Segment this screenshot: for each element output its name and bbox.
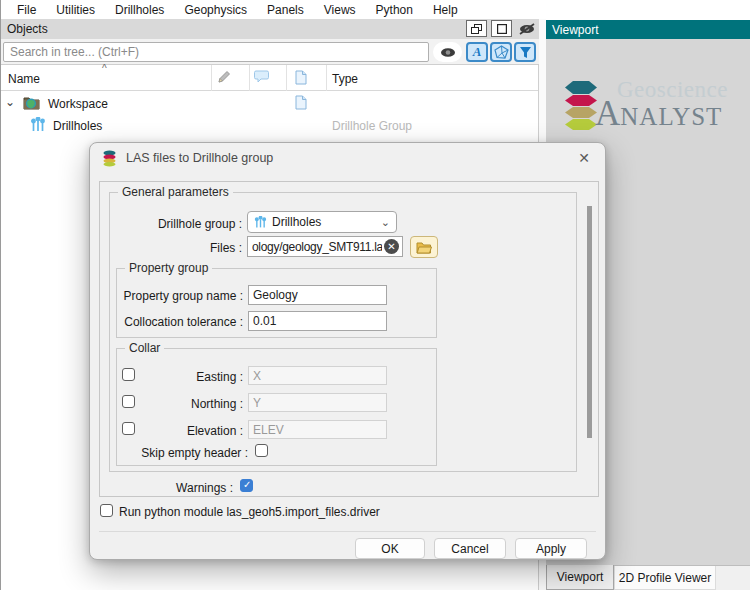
tree-toolbar: A xyxy=(1,39,539,64)
column-divider xyxy=(249,65,250,91)
warnings-label: Warnings : xyxy=(100,481,233,495)
tab-2d-profile-viewer[interactable]: 2D Profile Viewer xyxy=(614,566,716,590)
tree-row-drillholes[interactable]: Drillholes Drillhole Group xyxy=(1,115,538,137)
logo-initial: A xyxy=(595,94,620,133)
menu-bar: File Utilities Drillholes Geophysics Pan… xyxy=(1,0,750,19)
menu-python[interactable]: Python xyxy=(366,1,423,19)
northing-checkbox[interactable] xyxy=(122,395,135,408)
drillhole-group-select[interactable]: Drillholes ⌄ xyxy=(247,211,397,233)
clear-files-icon[interactable]: ✕ xyxy=(384,239,399,254)
workspace-icon xyxy=(23,95,40,113)
dialog-title-bar[interactable]: LAS files to Drillhole group ✕ xyxy=(90,143,605,173)
comment-icon xyxy=(254,70,269,83)
eye-icon xyxy=(440,47,456,58)
chevron-down-icon: ⌄ xyxy=(381,216,390,229)
collocation-tolerance-input[interactable] xyxy=(248,311,387,331)
dialog-button-row: OK Cancel Apply xyxy=(355,538,587,559)
ok-button[interactable]: OK xyxy=(355,538,425,559)
northing-label: Northing : xyxy=(143,397,243,411)
drillhole-group-icon xyxy=(30,117,46,136)
group-property-group: Property group Property group name : Col… xyxy=(116,268,437,338)
column-divider xyxy=(211,65,212,91)
drillhole-group-value: Drillholes xyxy=(272,215,321,229)
tree-header: ^ Name Type xyxy=(1,65,538,91)
logo-word-analyst: ANALYST xyxy=(595,94,722,134)
skip-empty-header-checkbox[interactable] xyxy=(255,444,268,457)
group-collar: Collar Easting : Northing : Elevation : … xyxy=(116,348,437,466)
tree-item-label: Drillholes xyxy=(53,119,102,133)
logo-rest: NALYST xyxy=(620,103,722,130)
files-input[interactable] xyxy=(247,236,403,257)
easting-checkbox[interactable] xyxy=(122,368,135,381)
filter-icon xyxy=(519,46,532,59)
tree-item-type: Drillhole Group xyxy=(332,119,412,133)
property-group-name-input[interactable] xyxy=(248,285,387,305)
group-general-parameters: General parameters Drillhole group : Dri… xyxy=(109,192,577,472)
maximize-panel-button[interactable] xyxy=(491,20,512,37)
hide-panel-button[interactable] xyxy=(516,20,537,37)
viewport-tab-bar: Viewport 2D Profile Viewer xyxy=(546,565,750,590)
objects-panel-title: Objects xyxy=(7,22,48,36)
collocation-tolerance-label: Collocation tolerance : xyxy=(117,315,243,329)
group-label: Property group xyxy=(125,261,212,275)
column-divider xyxy=(326,65,327,91)
menu-drillholes[interactable]: Drillholes xyxy=(105,1,174,19)
column-header-metadata[interactable] xyxy=(295,70,307,88)
search-input[interactable] xyxy=(3,42,429,62)
menu-views[interactable]: Views xyxy=(314,1,366,19)
wireframe-icon xyxy=(494,45,509,59)
column-header-name[interactable]: Name xyxy=(8,72,40,86)
skip-empty-header-label: Skip empty header : xyxy=(117,446,248,460)
filter-button[interactable] xyxy=(514,42,536,62)
cancel-button[interactable]: Cancel xyxy=(434,538,506,559)
tree-item-label: Workspace xyxy=(48,97,108,111)
wireframe-toggle-button[interactable] xyxy=(490,42,512,62)
menu-help[interactable]: Help xyxy=(423,1,468,19)
metadata-file-icon[interactable] xyxy=(295,95,307,113)
labels-toggle-button[interactable]: A xyxy=(466,42,488,62)
maximize-icon xyxy=(497,24,507,34)
float-panel-button[interactable] xyxy=(466,20,487,37)
tab-viewport[interactable]: Viewport xyxy=(546,565,614,590)
labels-icon: A xyxy=(473,44,482,60)
elevation-label: Elevation : xyxy=(143,424,243,438)
viewport-panel-title: Viewport xyxy=(552,23,598,37)
dialog-scrollbar-thumb[interactable] xyxy=(587,206,592,438)
dialog-app-icon xyxy=(102,150,117,167)
northing-input[interactable] xyxy=(248,393,387,412)
group-label: Collar xyxy=(125,341,164,355)
menu-utilities[interactable]: Utilities xyxy=(46,1,105,19)
apply-button[interactable]: Apply xyxy=(515,538,587,559)
close-icon[interactable]: ✕ xyxy=(575,150,593,166)
column-header-edit[interactable] xyxy=(217,70,231,87)
elevation-input[interactable] xyxy=(248,420,387,439)
warnings-checkbox[interactable] xyxy=(240,479,253,492)
tree-row-workspace[interactable]: ⌄ Workspace xyxy=(1,93,538,115)
column-header-type[interactable]: Type xyxy=(332,72,358,86)
run-python-checkbox[interactable] xyxy=(100,504,113,517)
open-folder-icon xyxy=(416,241,432,254)
dialog-title: LAS files to Drillhole group xyxy=(126,151,273,165)
las-import-dialog: LAS files to Drillhole group ✕ General p… xyxy=(89,142,606,560)
file-icon xyxy=(295,70,307,85)
objects-panel-header: Objects xyxy=(1,19,539,39)
column-divider xyxy=(286,65,287,91)
menu-file[interactable]: File xyxy=(7,1,46,19)
easting-label: Easting : xyxy=(143,370,243,384)
sort-ascending-icon: ^ xyxy=(102,63,107,74)
chevron-down-icon[interactable]: ⌄ xyxy=(5,95,15,109)
float-icon xyxy=(471,24,482,34)
menu-panels[interactable]: Panels xyxy=(257,1,314,19)
drillhole-group-label: Drillhole group : xyxy=(110,217,242,231)
elevation-checkbox[interactable] xyxy=(122,422,135,435)
dialog-separator xyxy=(99,531,596,532)
run-python-label: Run python module las_geoh5.import_files… xyxy=(119,505,380,519)
menu-geophysics[interactable]: Geophysics xyxy=(174,1,257,19)
viewport-panel-header: Viewport xyxy=(546,20,750,39)
easting-input[interactable] xyxy=(248,366,387,385)
visibility-toggle-button[interactable] xyxy=(433,42,462,62)
column-header-comments[interactable] xyxy=(254,70,269,86)
hidden-eye-icon xyxy=(518,23,536,35)
application-window: File Utilities Drillholes Geophysics Pan… xyxy=(0,0,750,590)
browse-files-button[interactable] xyxy=(410,236,438,258)
